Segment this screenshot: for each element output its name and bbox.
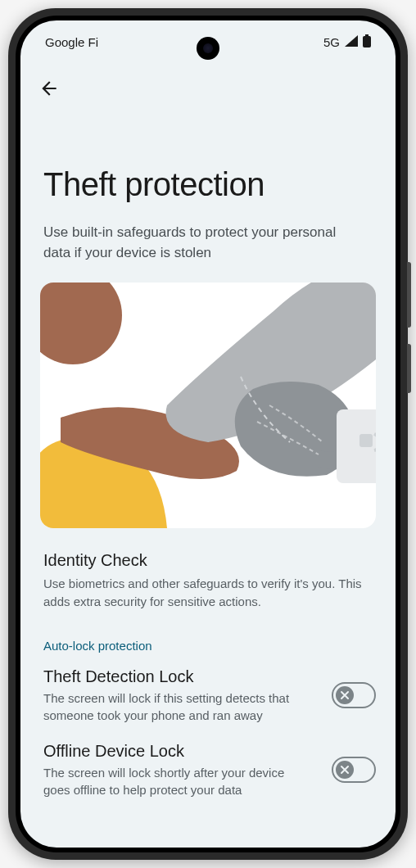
- theft-illustration: [40, 283, 376, 528]
- identity-check-desc: Use biometrics and other safeguards to v…: [43, 575, 373, 611]
- offline-lock-row: Offline Device Lock The screen will lock…: [20, 742, 396, 816]
- illustration-svg: [40, 283, 376, 528]
- theft-detection-toggle[interactable]: [332, 682, 376, 708]
- phone-frame: Google Fi 5G Theft protec: [8, 8, 408, 860]
- autolock-section-header: Auto-lock protection: [20, 632, 396, 667]
- close-icon: [340, 690, 350, 700]
- theft-detection-desc: The screen will lock if this setting det…: [43, 689, 305, 724]
- arrow-left-icon: [38, 78, 60, 99]
- screen: Google Fi 5G Theft protec: [20, 20, 396, 848]
- power-button[interactable]: [407, 262, 411, 328]
- camera-cutout: [197, 37, 219, 60]
- svg-rect-0: [365, 34, 369, 36]
- status-right: 5G: [323, 34, 371, 50]
- volume-button[interactable]: [407, 344, 411, 393]
- svg-point-2: [40, 283, 122, 364]
- back-button[interactable]: [20, 63, 396, 107]
- svg-rect-4: [359, 434, 373, 447]
- theft-detection-row: Theft Detection Lock The screen will loc…: [20, 667, 396, 742]
- signal-icon: [345, 35, 358, 49]
- identity-check-title: Identity Check: [43, 551, 373, 570]
- toggle-thumb-off: [336, 761, 354, 779]
- toggle-thumb-off: [336, 686, 354, 704]
- offline-lock-desc: The screen will lock shortly after your …: [43, 764, 305, 798]
- page-subtitle: Use built-in safeguards to protect your …: [20, 223, 364, 283]
- content-area: Theft protection Use built-in safeguards…: [20, 20, 396, 848]
- offline-lock-text: Offline Device Lock The screen will lock…: [43, 742, 319, 798]
- theft-detection-title: Theft Detection Lock: [43, 667, 319, 686]
- offline-lock-toggle[interactable]: [332, 757, 376, 783]
- phone-bezel: Google Fi 5G Theft protec: [16, 16, 400, 852]
- theft-detection-text: Theft Detection Lock The screen will loc…: [43, 667, 319, 724]
- page-title: Theft protection: [20, 107, 396, 223]
- carrier-label: Google Fi: [45, 35, 98, 49]
- identity-check-item[interactable]: Identity Check Use biometrics and other …: [20, 551, 396, 632]
- close-icon: [340, 765, 350, 775]
- offline-lock-title: Offline Device Lock: [43, 742, 319, 761]
- battery-icon: [363, 34, 371, 50]
- network-label: 5G: [323, 35, 340, 49]
- svg-rect-1: [363, 36, 371, 47]
